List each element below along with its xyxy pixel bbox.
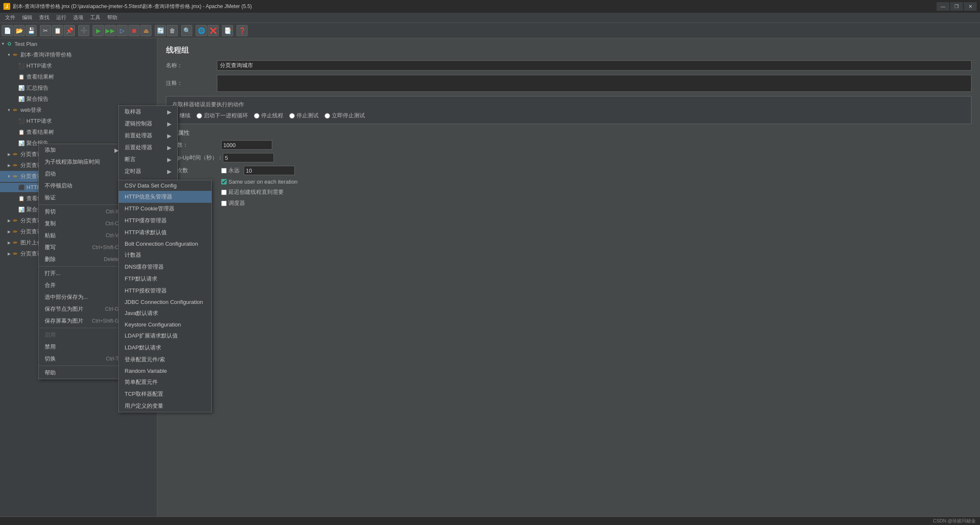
action-next-loop[interactable]: 启动下一进程循环 <box>197 112 248 119</box>
summary2-icon: 📊 <box>18 140 25 147</box>
tb-clear[interactable]: 🔄 <box>155 25 166 36</box>
ctx-save-selection[interactable]: 选中部分保存为... <box>39 291 125 303</box>
loop-input[interactable] <box>244 166 295 175</box>
tree-node-summary1[interactable]: ▶ 📊 聚合报告 <box>0 94 157 105</box>
ctx-add[interactable]: 添加 ▶ <box>39 144 125 156</box>
minimize-button[interactable]: — <box>937 2 949 11</box>
submenu-assertion[interactable]: 断言 ▶ <box>119 153 177 165</box>
tb-start[interactable]: ▶ <box>93 25 104 36</box>
menu-tools[interactable]: 工具 <box>87 13 104 22</box>
ctx-help[interactable]: 帮助 <box>39 367 125 379</box>
config-counter[interactable]: 计数器 <box>119 249 211 261</box>
loop-forever-checkbox[interactable] <box>221 168 227 173</box>
ctx-delete[interactable]: 删除 Delete <box>39 253 125 265</box>
summary1-icon: 📊 <box>18 96 25 102</box>
config-jdbc[interactable]: JDBC Connection Configuration <box>119 297 211 307</box>
menu-file[interactable]: 文件 <box>2 13 19 22</box>
tb-cut[interactable]: ✂ <box>40 25 51 36</box>
same-user-label[interactable]: Same user on each iteration <box>221 179 298 185</box>
submenu-post-processor[interactable]: 后置处理器 ▶ <box>119 142 177 153</box>
config-ldap-defaults[interactable]: LDAP默认请求 <box>119 342 211 354</box>
config-login[interactable]: 登录配置元件/索 <box>119 354 211 366</box>
action-stop-test-now[interactable]: 立即停止测试 <box>325 112 365 119</box>
tb-remote-start[interactable]: 🌐 <box>196 25 207 36</box>
ctx-copy[interactable]: 复制 Ctrl-C <box>39 218 125 230</box>
tb-copy[interactable]: 📋 <box>52 25 63 36</box>
config-http-auth[interactable]: HTTP授权管理器 <box>119 285 211 297</box>
menu-help[interactable]: 帮助 <box>104 13 121 22</box>
config-java-defaults[interactable]: Java默认请求 <box>119 307 211 319</box>
menu-options[interactable]: 选项 <box>70 13 87 22</box>
menu-find[interactable]: 查找 <box>36 13 53 22</box>
close-button[interactable]: ✕ <box>964 2 977 11</box>
ctx-merge[interactable]: 合并 <box>39 279 125 291</box>
tb-help[interactable]: ❓ <box>236 25 248 36</box>
comment-textarea[interactable] <box>217 75 971 92</box>
rampup-input[interactable] <box>223 153 274 162</box>
action-stop-test[interactable]: 停止测试 <box>289 112 319 119</box>
tb-paste[interactable]: 📌 <box>64 25 75 36</box>
ctx-verify[interactable]: 验证 <box>39 192 125 204</box>
ctx-paste[interactable]: 粘贴 Ctrl-V <box>39 230 125 241</box>
config-http-cache[interactable]: HTTP缓存管理器 <box>119 215 211 227</box>
delay-label[interactable]: 延迟创建线程直到需要 <box>221 188 284 196</box>
delay-checkbox[interactable] <box>221 190 227 195</box>
tree-node-agg1[interactable]: ▶ 📊 汇总报告 <box>0 82 157 94</box>
thread-count-input[interactable] <box>221 140 272 150</box>
ctx-disable[interactable]: 禁用 <box>39 341 125 353</box>
tb-search[interactable]: 🔍 <box>181 25 192 36</box>
submenu-logic-controller[interactable]: 逻辑控制器 ▶ <box>119 118 177 130</box>
tree-node-http1[interactable]: ▶ ⬛ HTTP请求 <box>0 60 157 71</box>
restore-button[interactable]: ❐ <box>950 2 963 11</box>
config-user-defined[interactable]: 用户定义的变量 <box>119 400 211 412</box>
tree-node-testplan[interactable]: ▼ ✿ Test Plan <box>0 38 157 49</box>
submenu-pre-processor[interactable]: 前置处理器 ▶ <box>119 130 177 142</box>
config-http-header[interactable]: HTTP信息头管理器 <box>119 191 211 203</box>
config-ldap-ext[interactable]: LDAP扩展请求默认值 <box>119 330 211 342</box>
config-keystore[interactable]: Keystore Configuration <box>119 319 211 330</box>
tree-node-view1[interactable]: ▶ 📋 查看结果树 <box>0 71 157 82</box>
tree-node-script1[interactable]: ▼ ✏ 剧本-查询详情带价格 <box>0 49 157 60</box>
ctx-no-pause-start[interactable]: 不停顿启动 <box>39 180 125 192</box>
same-user-checkbox[interactable] <box>221 179 227 184</box>
config-ftp-defaults[interactable]: FTP默认请求 <box>119 273 211 285</box>
ctx-rewrite[interactable]: 覆写 Ctrl+Shift-C <box>39 241 125 253</box>
tree-arrow-testplan: ▼ <box>0 42 6 46</box>
ctx-save-screen-img[interactable]: 保存屏幕为图片 Ctrl+Shift-G <box>39 315 125 327</box>
config-csv[interactable]: CSV Data Set Config <box>119 180 211 191</box>
config-dns-cache[interactable]: DNS缓存管理器 <box>119 261 211 273</box>
tb-clear-all[interactable]: 🗑 <box>167 25 178 36</box>
submenu-timer[interactable]: 定时器 ▶ <box>119 165 177 177</box>
action-stop-thread[interactable]: 停止线程 <box>254 112 283 119</box>
tb-stop[interactable]: ⏹ <box>128 25 140 36</box>
config-tcp-sampler[interactable]: TCP取样器配置 <box>119 388 211 400</box>
tb-new[interactable]: 📄 <box>2 25 13 36</box>
tb-open[interactable]: 📂 <box>14 25 25 36</box>
config-simple[interactable]: 简单配置元件 <box>119 376 211 388</box>
name-input[interactable] <box>217 60 971 71</box>
ctx-save-node-img[interactable]: 保存节点为图片 Ctrl-G <box>39 303 125 315</box>
ctx-cut[interactable]: 剪切 Ctrl-X <box>39 206 125 218</box>
menu-edit[interactable]: 编辑 <box>19 13 36 22</box>
submenu-sampler[interactable]: 取样器 ▶ <box>119 106 177 118</box>
tb-shutdown[interactable]: ⏏ <box>140 25 151 36</box>
config-http-request-defaults[interactable]: HTTP请求默认值 <box>119 227 211 238</box>
loop-forever-label[interactable]: 永远 <box>221 167 239 174</box>
config-http-cookie[interactable]: HTTP Cookie管理器 <box>119 203 211 215</box>
config-bolt[interactable]: Bolt Connection Configuration <box>119 238 211 249</box>
tb-remote-stop[interactable]: ❌ <box>208 25 219 36</box>
tb-add[interactable]: ➕ <box>78 25 89 36</box>
menu-run[interactable]: 运行 <box>53 13 70 22</box>
http1-icon: ⬛ <box>18 62 25 69</box>
ctx-open[interactable]: 打开... <box>39 267 125 279</box>
tb-save[interactable]: 💾 <box>26 25 37 36</box>
ctx-toggle[interactable]: 切换 Ctrl-T <box>39 353 125 365</box>
scheduler-checkbox[interactable] <box>221 201 227 206</box>
ctx-start[interactable]: 启动 <box>39 168 125 180</box>
tb-start-no-pause[interactable]: ▶▶ <box>105 25 116 36</box>
tb-template[interactable]: 📑 <box>222 25 233 36</box>
config-random-var[interactable]: Random Variable <box>119 366 211 376</box>
tb-validate[interactable]: ▷ <box>117 25 128 36</box>
ctx-add-response-time[interactable]: 为子线程添加响应时间 <box>39 156 125 168</box>
scheduler-label[interactable]: 调度器 <box>221 199 245 207</box>
